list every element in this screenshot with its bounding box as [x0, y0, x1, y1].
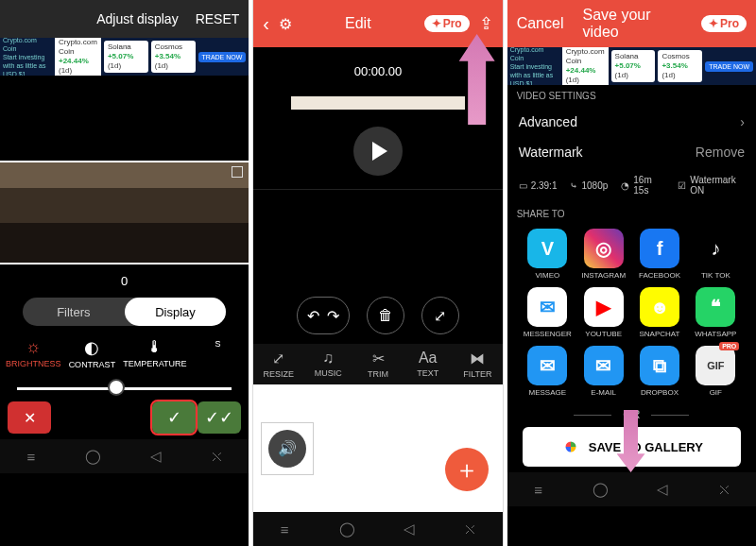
thermometer-icon: 🌡	[123, 337, 186, 357]
redo-icon: ↷	[327, 307, 339, 325]
share-app-gif[interactable]: GIFPROGIF	[691, 346, 741, 397]
adjustment-row: ☼BRIGHTNESS ◐CONTRAST 🌡TEMPERATURE S	[0, 326, 249, 373]
share-to-label: SHARE TO	[507, 203, 756, 225]
speaker-icon: 🔊	[268, 430, 306, 468]
google-photos-icon	[560, 436, 581, 457]
timestamp: 00:00.00	[253, 64, 502, 78]
undo-icon: ↶	[307, 307, 319, 325]
nav-home-icon[interactable]: ◯	[62, 439, 125, 473]
resolution: ⤷1080p	[570, 180, 608, 191]
pro-badge[interactable]: ✦Pro	[424, 15, 470, 32]
share-app-e-mail[interactable]: ✉E-MAIL	[578, 346, 628, 397]
ad-card-0: Crypto.com Coin+24.44% (1d)	[55, 38, 101, 76]
nav-accessibility-icon[interactable]: ⛌	[694, 472, 756, 506]
tool-trim[interactable]: ✂TRIM	[353, 350, 404, 379]
row-advanced[interactable]: Advanced›	[507, 107, 756, 137]
resize-icon: ⤢	[253, 350, 303, 367]
play-button[interactable]	[353, 127, 403, 176]
tool-resize[interactable]: ⤢RESIZE	[253, 350, 303, 379]
adjust-display-label[interactable]: Adjust display	[96, 11, 178, 26]
fullscreen-icon: ⤢	[434, 307, 446, 325]
share-app-youtube[interactable]: ▶YOUTUBE	[578, 287, 628, 338]
fullscreen-button[interactable]: ⤢	[421, 297, 459, 334]
tab-display[interactable]: Display	[125, 298, 227, 326]
tool-music[interactable]: ♫MUSIC	[303, 350, 353, 379]
sound-clip[interactable]: 🔊	[261, 422, 314, 475]
reset-button[interactable]: RESET	[196, 11, 240, 26]
nav-recent-icon[interactable]: ≡	[507, 472, 570, 506]
tool-text[interactable]: AaTEXT	[403, 350, 453, 379]
aspect-ratio: ▭2.39:1	[519, 180, 558, 191]
video-info-bar: ▭2.39:1 ⤷1080p ◔16m 15s ☑Watermark ON	[507, 167, 756, 203]
crop-icon: ▭	[519, 180, 527, 191]
cancel-button[interactable]: Cancel	[517, 15, 564, 32]
share-app-vimeo[interactable]: VVIMEO	[523, 229, 573, 280]
nav-home-icon[interactable]: ◯	[316, 512, 378, 546]
share-app-messenger[interactable]: ✉MESSENGER	[523, 287, 573, 338]
tool-filter[interactable]: ⧓FILTER	[453, 350, 503, 379]
share-app-whatsapp[interactable]: ❝WHATSAPP	[691, 287, 741, 338]
check-icon: ☑	[678, 180, 686, 191]
adj-brightness[interactable]: ☼BRIGHTNESS	[6, 337, 61, 369]
share-app-message[interactable]: ✉MESSAGE	[523, 346, 573, 397]
cancel-button[interactable]: ✕	[8, 401, 51, 434]
undo-redo[interactable]: ↶↷	[297, 297, 350, 334]
nav-home-icon[interactable]: ◯	[569, 472, 631, 506]
scissors-icon: ✂	[353, 350, 404, 367]
clock-icon: ◔	[621, 180, 629, 191]
add-clip-button[interactable]: ＋	[445, 448, 489, 491]
contrast-icon: ◐	[67, 337, 118, 358]
nav-recent-icon[interactable]: ≡	[0, 439, 62, 473]
adj-contrast[interactable]: ◐CONTRAST	[67, 337, 118, 369]
trash-icon: 🗑	[378, 307, 393, 324]
nav-recent-icon[interactable]: ≡	[253, 512, 316, 546]
ad-card-1: Solana+5.07% (1d)	[104, 41, 148, 73]
tab-filters[interactable]: Filters	[23, 298, 125, 326]
adj-overflow[interactable]: S	[193, 337, 244, 369]
adjustment-slider[interactable]	[17, 373, 232, 401]
text-icon: Aa	[403, 350, 453, 367]
nav-bar: ≡ ◯ ◁ ⛌	[253, 512, 502, 546]
share-app-facebook[interactable]: fFACEBOOK	[634, 229, 684, 280]
ad-banner[interactable]: Crypto.com CoinStart investing with as l…	[0, 38, 249, 76]
nav-back-icon[interactable]: ◁	[125, 439, 187, 473]
gear-icon[interactable]: ⚙	[279, 15, 292, 33]
nav-bar: ≡ ◯ ◁ ⛌	[0, 439, 249, 473]
screen1-header: Adjust display RESET	[0, 0, 249, 38]
share-app-grid: VVIMEO◎INSTAGRAMfFACEBOOK♪TIK TOK✉MESSEN…	[507, 225, 756, 401]
ad-card-2: Cosmos+3.54% (1d)	[151, 41, 196, 73]
export-icon[interactable]: ⇪	[479, 13, 493, 34]
nav-accessibility-icon[interactable]: ⛌	[186, 439, 249, 473]
back-icon[interactable]: ‹	[263, 13, 269, 35]
chevron-right-icon: ›	[740, 114, 745, 129]
share-app-tik-tok[interactable]: ♪TIK TOK	[691, 229, 741, 280]
slider-knob[interactable]	[110, 381, 123, 394]
preview-area: 00:00.00	[253, 47, 502, 189]
nav-back-icon[interactable]: ◁	[378, 512, 440, 546]
row-watermark[interactable]: WatermarkRemove	[507, 137, 756, 167]
share-app-dropbox[interactable]: ⧉DROPBOX	[634, 346, 684, 397]
share-app-instagram[interactable]: ◎INSTAGRAM	[578, 229, 628, 280]
share-app-snapchat[interactable]: ☻SNAPCHAT	[634, 287, 684, 338]
adj-temperature[interactable]: 🌡TEMPERATURE	[123, 337, 186, 369]
video-thumbnail[interactable]	[0, 161, 249, 264]
tab-switch: Filters Display	[23, 298, 226, 326]
screen2-header: ‹ ⚙ Edit ✦Pro ⇪	[253, 0, 502, 47]
adjustment-value: 0	[0, 264, 249, 298]
blank-area	[0, 76, 249, 161]
pro-badge[interactable]: ✦Pro	[701, 15, 747, 32]
sun-icon: ☼	[6, 337, 61, 357]
delete-button[interactable]: 🗑	[367, 297, 404, 334]
ad-banner[interactable]: Crypto.com CoinStart investing with as l…	[507, 47, 756, 85]
filter-icon: ⧓	[453, 350, 503, 367]
nav-accessibility-icon[interactable]: ⛌	[440, 512, 503, 546]
screen3-header: Cancel Save your video ✦Pro	[507, 0, 756, 47]
nav-bar: ≡ ◯ ◁ ⛌	[507, 472, 756, 506]
confirm-button[interactable]: ✓	[152, 401, 196, 434]
duration: ◔16m 15s	[621, 175, 664, 196]
nav-back-icon[interactable]: ◁	[631, 472, 694, 506]
video-settings-label: VIDEO SETTINGS	[507, 85, 756, 107]
timeline-strip[interactable]	[291, 96, 464, 110]
ad-tagline: Crypto.com CoinStart investing with as l…	[3, 38, 52, 76]
confirm-all-button[interactable]: ✓✓	[198, 401, 241, 434]
